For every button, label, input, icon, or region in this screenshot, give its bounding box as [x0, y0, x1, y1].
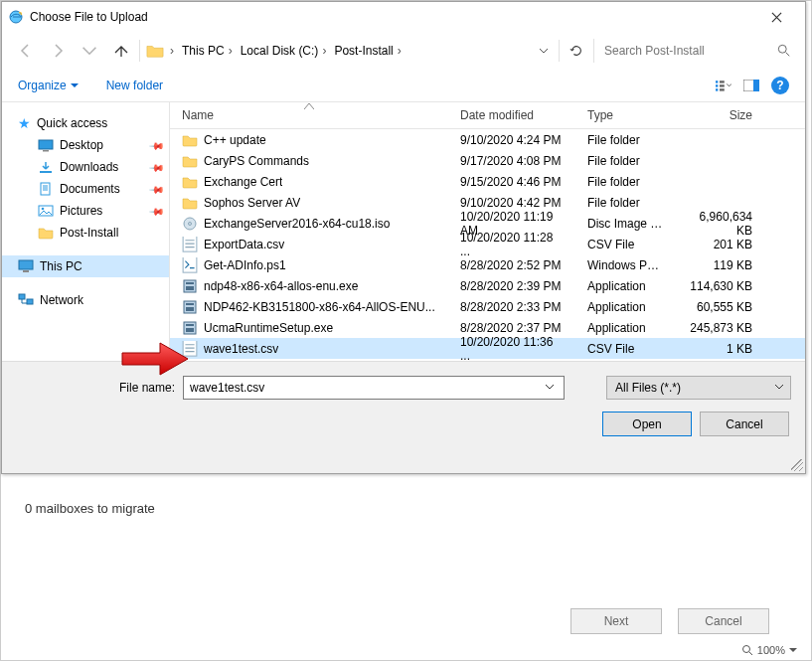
cancel-button[interactable]: Cancel: [700, 412, 789, 436]
up-button[interactable]: [107, 39, 135, 63]
dialog-body: ★ Quick access Desktop📌Downloads📌Documen…: [2, 102, 805, 361]
search-box[interactable]: [593, 39, 795, 63]
file-type-filter[interactable]: All Files (*.*): [606, 376, 791, 400]
preview-pane-button[interactable]: [737, 74, 765, 97]
help-button[interactable]: ?: [771, 77, 789, 94]
file-row[interactable]: NDP462-KB3151800-x86-x64-AllOS-ENU...8/2…: [170, 296, 805, 317]
svg-rect-5: [720, 84, 725, 86]
new-folder-button[interactable]: New folder: [106, 79, 163, 92]
sidebar-item-pictures[interactable]: Pictures📌: [2, 200, 169, 222]
sidebar-item-documents[interactable]: Documents📌: [2, 178, 169, 200]
file-type: File folder: [575, 133, 675, 147]
svg-rect-7: [720, 88, 725, 90]
wizard-cancel-button[interactable]: Cancel: [678, 608, 769, 634]
file-date: 8/28/2020 2:33 PM: [448, 300, 575, 314]
svg-rect-10: [39, 140, 53, 149]
sidebar-quick-access[interactable]: ★ Quick access: [2, 112, 169, 134]
svg-point-21: [189, 222, 192, 225]
folder-icon: [38, 226, 54, 240]
file-name: ExchangeServer2016-x64-cu18.iso: [204, 217, 390, 231]
resize-grip[interactable]: [791, 459, 803, 471]
svg-point-34: [742, 646, 749, 653]
file-date: 8/28/2020 2:37 PM: [448, 321, 575, 335]
file-row[interactable]: Get-ADInfo.ps18/28/2020 2:52 PMWindows P…: [170, 254, 805, 275]
file-type: File folder: [575, 175, 675, 189]
column-size[interactable]: Size: [675, 108, 764, 122]
chevron-down-icon: [789, 646, 797, 654]
file-name-input[interactable]: [183, 376, 565, 400]
svg-rect-12: [40, 171, 52, 173]
column-date[interactable]: Date modified: [448, 108, 575, 122]
forward-button[interactable]: [44, 39, 72, 63]
chevron-down-icon: [774, 382, 784, 392]
file-name: CaryPS Commands: [204, 154, 309, 168]
file-date: 9/17/2020 4:08 PM: [448, 154, 575, 168]
folder-icon: [182, 195, 198, 211]
file-date: 9/10/2020 4:42 PM: [448, 196, 575, 210]
svg-rect-3: [720, 81, 725, 83]
file-row[interactable]: CaryPS Commands9/17/2020 4:08 PMFile fol…: [170, 150, 805, 171]
recent-locations-button[interactable]: [76, 39, 103, 63]
svg-rect-9: [753, 80, 759, 91]
breadcrumb[interactable]: › This PC› Local Disk (C:)› Post-Install…: [144, 39, 529, 63]
svg-rect-18: [19, 294, 25, 299]
magnifier-icon: [741, 644, 753, 656]
back-button[interactable]: [12, 39, 40, 63]
search-icon: [777, 44, 791, 58]
breadcrumb-root[interactable]: ›: [144, 39, 180, 63]
pin-icon: 📌: [149, 181, 165, 197]
file-row[interactable]: Exchange Cert9/15/2020 4:46 PMFile folde…: [170, 171, 805, 192]
column-headers[interactable]: Name Date modified Type Size: [170, 102, 805, 129]
open-button[interactable]: Open: [602, 412, 692, 436]
column-name[interactable]: Name: [170, 108, 448, 122]
downloads-icon: [38, 160, 54, 174]
arrow-up-icon: [113, 43, 129, 59]
sidebar-item-desktop[interactable]: Desktop📌: [2, 134, 169, 156]
sidebar-item-post-install[interactable]: Post-Install: [2, 222, 169, 244]
quick-access-icon: ★: [18, 115, 31, 131]
file-row[interactable]: ndp48-x86-x64-allos-enu.exe8/28/2020 2:3…: [170, 275, 805, 296]
disc-icon: [182, 216, 198, 232]
sidebar-network[interactable]: Network: [2, 289, 169, 311]
refresh-icon: [569, 44, 583, 58]
search-input[interactable]: [602, 43, 777, 59]
next-button[interactable]: Next: [570, 608, 662, 634]
file-name-label: File name:: [16, 381, 175, 395]
breadcrumb-seg-2[interactable]: Post-Install›: [332, 39, 406, 63]
refresh-button[interactable]: [564, 39, 589, 63]
file-list: Name Date modified Type Size C++ update9…: [170, 102, 805, 361]
desktop-icon: [38, 138, 54, 152]
ps1-icon: [182, 257, 198, 273]
column-type[interactable]: Type: [575, 108, 675, 122]
network-icon: [18, 293, 34, 307]
svg-rect-26: [186, 286, 194, 290]
file-type: Windows PowerS...: [575, 258, 675, 272]
file-row[interactable]: wave1test.csv10/20/2020 11:36 ...CSV Fil…: [170, 338, 805, 359]
breadcrumb-seg-0[interactable]: This PC›: [180, 39, 239, 63]
file-date: 9/15/2020 4:46 PM: [448, 175, 575, 189]
sidebar-this-pc[interactable]: This PC: [2, 255, 169, 277]
breadcrumb-seg-1[interactable]: Local Disk (C:)›: [239, 39, 333, 63]
close-icon: [771, 12, 782, 23]
sidebar-item-downloads[interactable]: Downloads📌: [2, 156, 169, 178]
close-button[interactable]: [753, 6, 799, 28]
file-type: File folder: [575, 154, 675, 168]
file-size: 60,555 KB: [675, 300, 764, 314]
view-options-button[interactable]: [710, 74, 737, 97]
pin-icon: 📌: [149, 203, 165, 219]
zoom-indicator[interactable]: 100%: [741, 644, 797, 656]
pin-icon: 📌: [149, 159, 165, 175]
preview-pane-icon: [743, 80, 759, 91]
divider: [139, 40, 140, 62]
sidebar-item-label: Pictures: [60, 204, 102, 218]
file-name: wave1test.csv: [204, 342, 278, 356]
file-row[interactable]: C++ update9/10/2020 4:24 PMFile folder: [170, 129, 805, 150]
svg-rect-28: [186, 303, 194, 305]
file-date: 9/10/2020 4:24 PM: [448, 133, 575, 147]
breadcrumb-dropdown[interactable]: [533, 46, 555, 56]
organize-menu[interactable]: Organize: [18, 79, 79, 92]
file-row[interactable]: ExportData.csv10/20/2020 11:28 ...CSV Fi…: [170, 234, 805, 254]
file-date: 8/28/2020 2:52 PM: [448, 258, 575, 272]
folder-icon: [182, 132, 198, 148]
svg-rect-6: [716, 88, 718, 90]
